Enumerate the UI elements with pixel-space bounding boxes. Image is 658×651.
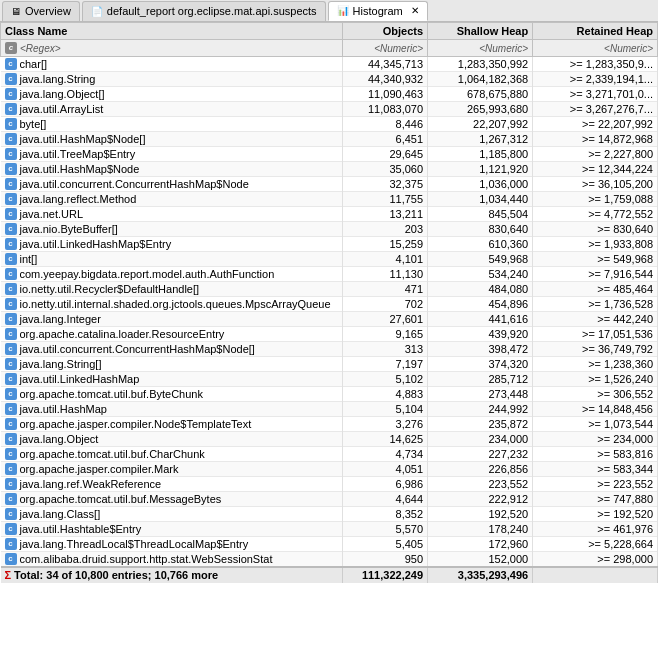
table-row[interactable]: corg.apache.jasper.compiler.Mark4,051226… [1, 462, 658, 477]
objects-cell: 27,601 [342, 312, 427, 327]
class-name-cell: cio.netty.util.Recycler$DefaultHandle[] [1, 282, 343, 297]
table-row[interactable]: ccom.alibaba.druid.support.http.stat.Web… [1, 552, 658, 568]
table-row[interactable]: cio.netty.util.Recycler$DefaultHandle[]4… [1, 282, 658, 297]
table-row[interactable]: corg.apache.jasper.compiler.Node$Templat… [1, 417, 658, 432]
table-row[interactable]: cjava.util.Hashtable$Entry5,570178,240>=… [1, 522, 658, 537]
objects-cell: 4,883 [342, 387, 427, 402]
col-subheader-retained[interactable]: <Numeric> [533, 40, 658, 57]
table-row[interactable]: cjava.util.LinkedHashMap5,102285,712>= 1… [1, 372, 658, 387]
table-row[interactable]: cjava.util.concurrent.ConcurrentHashMap$… [1, 177, 658, 192]
tab-histogram[interactable]: 📊 Histogram ✕ [328, 1, 428, 21]
class-name-cell: cjava.util.HashMap [1, 402, 343, 417]
col-subheader-class-name[interactable]: c <Regex> [1, 40, 343, 57]
shallow-heap-cell: 152,000 [428, 552, 533, 568]
class-name-label: java.lang.String [20, 73, 96, 85]
retained-heap-cell: >= 1,238,360 [533, 357, 658, 372]
objects-cell: 5,102 [342, 372, 427, 387]
shallow-heap-cell: 178,240 [428, 522, 533, 537]
objects-cell: 5,570 [342, 522, 427, 537]
table-row[interactable]: cjava.lang.ref.WeakReference6,986223,552… [1, 477, 658, 492]
retained-heap-cell: >= 36,749,792 [533, 342, 658, 357]
class-name-cell: corg.apache.tomcat.util.buf.CharChunk [1, 447, 343, 462]
class-name-cell: cjava.util.ArrayList [1, 102, 343, 117]
retained-heap-cell: >= 36,105,200 [533, 177, 658, 192]
class-icon: c [5, 103, 17, 115]
class-icon: c [5, 418, 17, 430]
shallow-heap-cell: 265,993,680 [428, 102, 533, 117]
class-name-cell: cjava.util.Hashtable$Entry [1, 522, 343, 537]
shallow-heap-cell: 1,064,182,368 [428, 72, 533, 87]
class-name-label: int[] [20, 253, 38, 265]
retained-heap-cell: >= 1,933,808 [533, 237, 658, 252]
tab-bar: 🖥 Overview 📄 default_report org.eclipse.… [0, 0, 658, 22]
class-icon: c [5, 148, 17, 160]
objects-cell: 11,090,463 [342, 87, 427, 102]
tab-default-report[interactable]: 📄 default_report org.eclipse.mat.api.sus… [82, 1, 326, 21]
shallow-heap-cell: 454,896 [428, 297, 533, 312]
retained-heap-cell: >= 747,880 [533, 492, 658, 507]
table-row[interactable]: cjava.util.HashMap$Node[]6,4511,267,312>… [1, 132, 658, 147]
table-row[interactable]: cjava.lang.Object[]11,090,463678,675,880… [1, 87, 658, 102]
shallow-heap-cell: 172,960 [428, 537, 533, 552]
table-row[interactable]: cjava.lang.Class[]8,352192,520>= 192,520 [1, 507, 658, 522]
col-subheader-shallow[interactable]: <Numeric> [428, 40, 533, 57]
table-row[interactable]: cjava.lang.reflect.Method11,7551,034,440… [1, 192, 658, 207]
retained-heap-cell: >= 1,759,088 [533, 192, 658, 207]
col-subheader-objects[interactable]: <Numeric> [342, 40, 427, 57]
table-row[interactable]: cjava.lang.String44,340,9321,064,182,368… [1, 72, 658, 87]
table-row[interactable]: cbyte[]8,44622,207,992>= 22,207,992 [1, 117, 658, 132]
class-name-label: java.nio.ByteBuffer[] [20, 223, 118, 235]
retained-heap-cell: >= 192,520 [533, 507, 658, 522]
table-row[interactable]: ccom.yeepay.bigdata.report.model.auth.Au… [1, 267, 658, 282]
table-row[interactable]: cjava.nio.ByteBuffer[]203830,640>= 830,6… [1, 222, 658, 237]
shallow-heap-cell: 549,968 [428, 252, 533, 267]
class-icon: c [5, 448, 17, 460]
table-row[interactable]: cjava.util.TreeMap$Entry29,6451,185,800>… [1, 147, 658, 162]
class-name-cell: cjava.net.URL [1, 207, 343, 222]
table-row[interactable]: corg.apache.tomcat.util.buf.MessageBytes… [1, 492, 658, 507]
table-row[interactable]: cjava.lang.Object14,625234,000>= 234,000 [1, 432, 658, 447]
class-icon: c [5, 118, 17, 130]
table-row[interactable]: cjava.net.URL13,211845,504>= 4,772,552 [1, 207, 658, 222]
objects-cell: 35,060 [342, 162, 427, 177]
retained-heap-cell: >= 3,267,276,7... [533, 102, 658, 117]
histogram-table: Class Name Objects Shallow Heap Retained… [0, 22, 658, 583]
col-header-retained[interactable]: Retained Heap [533, 23, 658, 40]
total-label: ΣTotal: 34 of 10,800 entries; 10,766 mor… [1, 567, 343, 583]
table-row[interactable]: corg.apache.catalina.loader.ResourceEntr… [1, 327, 658, 342]
table-row[interactable]: corg.apache.tomcat.util.buf.ByteChunk4,8… [1, 387, 658, 402]
total-retained [533, 567, 658, 583]
table-row[interactable]: cjava.util.HashMap5,104244,992>= 14,848,… [1, 402, 658, 417]
table-row[interactable]: cjava.util.LinkedHashMap$Entry15,259610,… [1, 237, 658, 252]
table-row[interactable]: cio.netty.util.internal.shaded.org.jctoo… [1, 297, 658, 312]
histogram-icon: 📊 [337, 5, 349, 16]
table-row[interactable]: cjava.lang.ThreadLocal$ThreadLocalMap$En… [1, 537, 658, 552]
class-icon: c [5, 223, 17, 235]
tab-close-icon[interactable]: ✕ [411, 5, 419, 16]
retained-heap-cell: >= 830,640 [533, 222, 658, 237]
table-row[interactable]: cjava.lang.Integer27,601441,616>= 442,24… [1, 312, 658, 327]
retained-heap-cell: >= 306,552 [533, 387, 658, 402]
retained-heap-cell: >= 1,073,544 [533, 417, 658, 432]
table-row[interactable]: corg.apache.tomcat.util.buf.CharChunk4,7… [1, 447, 658, 462]
table-row[interactable]: cint[]4,101549,968>= 549,968 [1, 252, 658, 267]
col-header-objects[interactable]: Objects [342, 23, 427, 40]
col-header-shallow[interactable]: Shallow Heap [428, 23, 533, 40]
class-icon: c [5, 283, 17, 295]
class-name-cell: cjava.util.concurrent.ConcurrentHashMap$… [1, 342, 343, 357]
class-name-cell: ccom.alibaba.druid.support.http.stat.Web… [1, 552, 343, 568]
objects-cell: 15,259 [342, 237, 427, 252]
table-row[interactable]: cchar[]44,345,7131,283,350,992>= 1,283,3… [1, 57, 658, 72]
objects-cell: 4,644 [342, 492, 427, 507]
objects-cell: 950 [342, 552, 427, 568]
tab-overview[interactable]: 🖥 Overview [2, 1, 80, 21]
objects-cell: 7,197 [342, 357, 427, 372]
table-row[interactable]: cjava.util.HashMap$Node35,0601,121,920>=… [1, 162, 658, 177]
table-row[interactable]: cjava.util.concurrent.ConcurrentHashMap$… [1, 342, 658, 357]
table-row[interactable]: cjava.lang.String[]7,197374,320>= 1,238,… [1, 357, 658, 372]
class-name-label: io.netty.util.internal.shaded.org.jctool… [20, 298, 331, 310]
col-header-class-name[interactable]: Class Name [1, 23, 343, 40]
class-name-label: java.lang.ThreadLocal$ThreadLocalMap$Ent… [20, 538, 249, 550]
report-icon: 📄 [91, 6, 103, 17]
table-row[interactable]: cjava.util.ArrayList11,083,070265,993,68… [1, 102, 658, 117]
